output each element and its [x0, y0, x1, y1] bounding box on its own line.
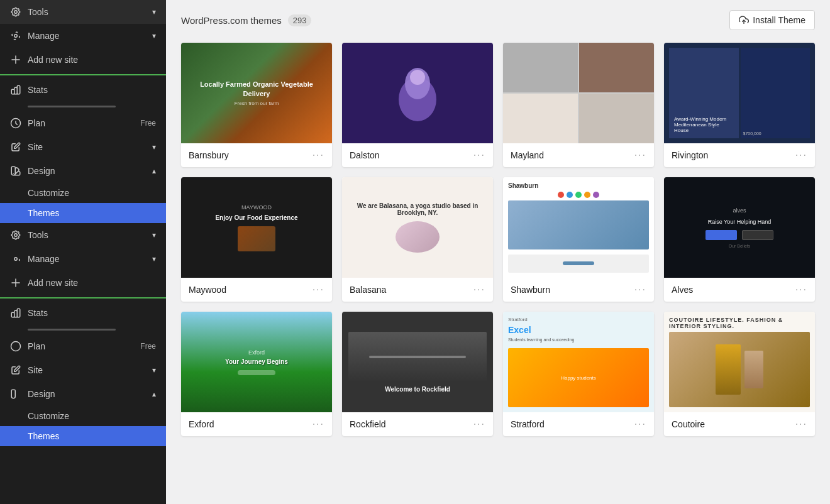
- theme-more-rivington[interactable]: ···: [795, 150, 807, 161]
- sidebar-sub-customize-2[interactable]: Customize: [0, 406, 166, 426]
- alves-buttons: [706, 230, 773, 240]
- theme-preview-rivington: Award-Winning Modern Mediterranean Style…: [664, 43, 815, 143]
- theme-card-exford[interactable]: Exford Your Journey Begins Exford ···: [181, 312, 332, 436]
- theme-name-rockfield: Rockfield: [350, 419, 386, 429]
- sidebar-item-tools-2[interactable]: Tools ▾: [0, 223, 166, 247]
- alves-btn-2: [742, 230, 773, 240]
- sidebar-item-add-new-site-1[interactable]: Add new site: [0, 48, 166, 72]
- themes-count-badge: 293: [288, 14, 312, 26]
- install-theme-button[interactable]: Install Theme: [729, 10, 815, 30]
- sidebar-sub-customize-1[interactable]: Customize: [0, 183, 166, 203]
- theme-more-alves[interactable]: ···: [795, 284, 807, 295]
- stats-bar-inner-2: [28, 329, 116, 331]
- theme-card-maywood[interactable]: MAYWOOD Enjoy Our Food Experience Maywoo…: [181, 177, 332, 302]
- shawburn-bar: [563, 261, 594, 265]
- page-title: WordPress.com themes: [181, 15, 282, 26]
- alves-preview-text: Raise Your Helping Hand: [708, 219, 772, 225]
- sidebar-sub-themes-1[interactable]: Themes: [0, 203, 166, 223]
- sidebar-item-site-2-label: Site: [28, 365, 43, 375]
- sidebar-item-tools-1-label: Tools: [28, 7, 48, 17]
- theme-more-mayland[interactable]: ···: [634, 150, 646, 161]
- sidebar-item-site-2[interactable]: Site ▾: [0, 358, 166, 382]
- stratford-desc: Students learning and succeeding: [508, 337, 649, 342]
- theme-more-stratford[interactable]: ···: [634, 419, 646, 430]
- theme-info-barnsbury: Barnsbury ···: [181, 143, 332, 167]
- theme-name-coutoire: Coutoire: [672, 419, 705, 429]
- shawburn-title: Shawburn: [508, 182, 538, 189]
- stratford-image: Happy students: [508, 348, 649, 407]
- theme-info-alves: Alves ···: [664, 278, 815, 302]
- barnsbury-preview-text: Locally Farmed Organic Vegetable Deliver…: [189, 80, 324, 98]
- sidebar-item-tools-1[interactable]: Tools ▾: [0, 0, 166, 24]
- sidebar-item-manage-2[interactable]: Manage ▾: [0, 247, 166, 271]
- balasana-figure: [396, 221, 440, 253]
- main-header: WordPress.com themes 293 Install Theme: [181, 10, 815, 30]
- sidebar-item-manage-2-label: Manage: [28, 254, 60, 264]
- theme-name-rivington: Rivington: [672, 150, 708, 160]
- theme-card-rivington[interactable]: Award-Winning Modern Mediterranean Style…: [664, 43, 815, 167]
- plan-icon-2: [10, 341, 21, 352]
- sidebar-item-manage-1[interactable]: Manage ▾: [0, 24, 166, 48]
- sidebar-item-stats-1[interactable]: Stats: [0, 78, 166, 102]
- theme-card-alves[interactable]: alves Raise Your Helping Hand Our Belief…: [664, 177, 815, 302]
- chevron-up-icon-2: ▴: [152, 390, 156, 398]
- theme-more-coutoire[interactable]: ···: [795, 419, 807, 430]
- sidebar-item-plan-1[interactable]: Plan Free: [0, 111, 166, 135]
- theme-card-rockfield[interactable]: Welcome to Rockfield Rockfield ···: [342, 312, 493, 436]
- coutoire-title: COUTOIRE LIFESTYLE. FASHION & INTERIOR S…: [669, 317, 810, 329]
- stats-bar-2: [0, 325, 166, 334]
- theme-card-barnsbury[interactable]: Locally Farmed Organic Vegetable Deliver…: [181, 43, 332, 167]
- sidebar-item-plan-2[interactable]: Plan Free: [0, 334, 166, 358]
- theme-info-rockfield: Rockfield ···: [342, 412, 493, 436]
- theme-more-shawburn[interactable]: ···: [634, 284, 646, 295]
- rivington-price: $700,000: [743, 131, 761, 136]
- coutoire-image: [669, 332, 810, 407]
- theme-card-mayland[interactable]: Mayland ···: [503, 43, 654, 167]
- stratford-img-text: Happy students: [558, 373, 599, 383]
- stats-icon-2: [10, 307, 21, 319]
- theme-more-maywood[interactable]: ···: [313, 284, 324, 295]
- themes-grid: Locally Farmed Organic Vegetable Deliver…: [181, 43, 815, 436]
- theme-info-exford: Exford ···: [181, 412, 332, 436]
- sidebar-item-site-1[interactable]: Site ▾: [0, 135, 166, 159]
- theme-card-coutoire[interactable]: COUTOIRE LIFESTYLE. FASHION & INTERIOR S…: [664, 312, 815, 436]
- sidebar-item-design-2-label: Design: [28, 389, 55, 399]
- exford-bar: [238, 370, 275, 375]
- barnsbury-preview-sub: Fresh from our farm: [235, 101, 279, 106]
- chevron-down-icon-2: ▾: [152, 31, 156, 40]
- theme-card-shawburn[interactable]: Shawburn Shawburn ···: [503, 177, 654, 302]
- tools-icon: [10, 6, 21, 18]
- sidebar-divider-1: [0, 74, 166, 75]
- theme-card-balasana[interactable]: We are Balasana, a yoga studio based in …: [342, 177, 493, 302]
- svg-point-0: [14, 35, 18, 38]
- main-title: WordPress.com themes 293: [181, 14, 311, 26]
- theme-more-dalston[interactable]: ···: [473, 150, 485, 161]
- alves-btn-1: [706, 230, 737, 240]
- exford-preview-text: Your Journey Begins: [225, 358, 288, 365]
- maywood-img: [238, 226, 275, 251]
- theme-more-exford[interactable]: ···: [313, 419, 324, 430]
- theme-name-dalston: Dalston: [350, 150, 379, 160]
- rivington-right: $700,000: [741, 48, 811, 138]
- theme-info-balasana: Balasana ···: [342, 278, 493, 302]
- plan-badge-1: Free: [140, 119, 156, 128]
- chevron-down-icon: ▾: [152, 8, 156, 16]
- sidebar-item-stats-2[interactable]: Stats: [0, 301, 166, 325]
- plus-icon-1: [10, 54, 21, 65]
- theme-more-balasana[interactable]: ···: [473, 284, 485, 295]
- theme-more-rockfield[interactable]: ···: [473, 419, 485, 430]
- stats-bar-inner-1: [28, 106, 116, 107]
- sidebar-item-design-1[interactable]: Design ▴: [0, 159, 166, 183]
- theme-info-shawburn: Shawburn ···: [503, 278, 654, 302]
- shawburn-bottom: [508, 255, 649, 273]
- theme-card-stratford[interactable]: Stratford Excel Students learning and su…: [503, 312, 654, 436]
- mayland-cell-3: [503, 94, 578, 143]
- sidebar-sub-themes-2[interactable]: Themes: [0, 426, 166, 446]
- rivington-text: Award-Winning Modern Mediterranean Style…: [674, 116, 734, 133]
- theme-card-dalston[interactable]: Dalston ···: [342, 43, 493, 167]
- sidebar-item-design-2[interactable]: Design ▴: [0, 382, 166, 406]
- theme-more-barnsbury[interactable]: ···: [313, 150, 324, 161]
- rivington-left: Award-Winning Modern Mediterranean Style…: [669, 48, 739, 138]
- sidebar-item-add-new-site-2[interactable]: Add new site: [0, 271, 166, 295]
- theme-name-barnsbury: Barnsbury: [189, 150, 229, 160]
